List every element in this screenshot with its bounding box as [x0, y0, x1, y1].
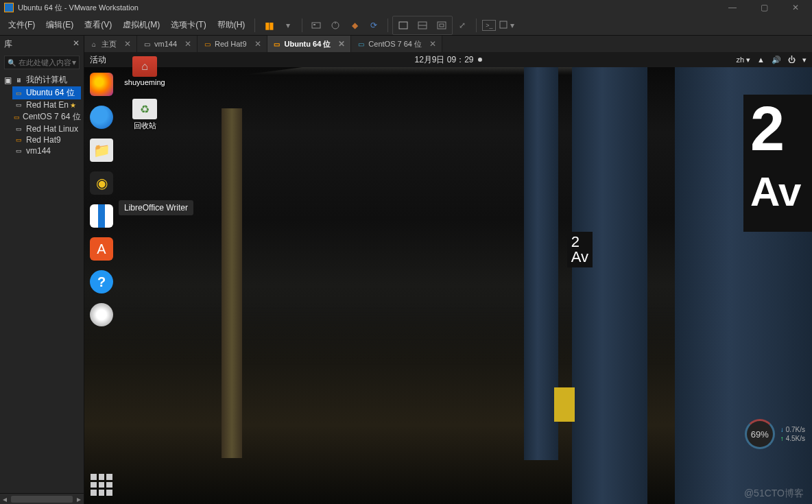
content-area: ⌂主页✕ ▭vm144✕ ▭Red Hat9✕ ▭Ubuntu 64 位✕ ▭C… — [84, 36, 812, 504]
home-icon: ⌂ — [90, 40, 98, 48]
search-dropdown-icon[interactable]: ▾ — [72, 58, 76, 67]
tab-redhat9[interactable]: ▭Red Hat9✕ — [198, 36, 267, 52]
snapshot-manager-button[interactable]: ◆ — [346, 17, 363, 34]
menu-vm[interactable]: 虚拟机(M) — [117, 16, 165, 34]
watermark: @51CTO博客 — [744, 488, 804, 500]
scroll-left-button[interactable]: ◂ — [0, 494, 10, 504]
library-close-button[interactable]: ✕ — [73, 38, 80, 50]
trash-icon: ♻ — [132, 99, 157, 119]
library-tree: ▣ 🖥 我的计算机 ▭Ubuntu 64 位 ▭Red Hat En★ ▭Cen… — [0, 72, 84, 158]
tab-vm144[interactable]: ▭vm144✕ — [137, 36, 198, 52]
volume-icon[interactable]: 🔊 — [772, 56, 781, 64]
vm-icon: ▭ — [14, 89, 23, 97]
tree-item-redhat-en[interactable]: ▭Red Hat En★ — [12, 99, 81, 110]
gnome-topbar: 活动 12月9日 09：29 zh ▾ ▲ 🔊 ⏻ ▾ — [84, 52, 812, 67]
tab-centos[interactable]: ▭CentOS 7 64 位✕ — [351, 36, 442, 52]
menu-tabs[interactable]: 选项卡(T) — [165, 16, 211, 34]
dock-dvd-icon[interactable] — [90, 303, 113, 326]
power-icon[interactable]: ⏻ — [788, 56, 796, 64]
gnome-dock: 📁 ◉ A ? — [84, 67, 119, 504]
dock-rhythmbox-icon[interactable]: ◉ — [90, 171, 113, 195]
tree-item-redhat-linux[interactable]: ▭Red Hat Linux — [12, 123, 81, 134]
desktop-home-folder[interactable]: ⌂ shuyueming — [123, 56, 167, 86]
minimize-button[interactable]: — — [723, 1, 742, 14]
stretch-dropdown[interactable]: ▾ — [499, 17, 515, 34]
vm-icon: ▭ — [143, 40, 151, 48]
net-upload: 4.5K/s — [780, 435, 805, 442]
dock-thunderbird-icon[interactable] — [90, 106, 113, 129]
dock-tooltip: LibreOffice Writer — [119, 200, 193, 215]
library-sidebar: 库 ✕ 🔍 ▾ ▣ 🖥 我的计算机 ▭Ubuntu 64 位 ▭Red Hat … — [0, 36, 84, 504]
console-button[interactable]: >_ — [482, 20, 496, 31]
tab-close-button[interactable]: ✕ — [254, 39, 261, 49]
dock-show-apps-button[interactable] — [91, 474, 112, 496]
tree-item-ubuntu[interactable]: ▭Ubuntu 64 位 — [12, 86, 81, 99]
subway-sign-big: 2Av — [743, 95, 812, 232]
net-download: 0.7K/s — [780, 426, 805, 433]
send-ctrl-alt-del-button[interactable] — [308, 17, 324, 34]
scroll-thumb[interactable] — [11, 496, 73, 503]
svg-rect-6 — [438, 22, 446, 29]
tab-ubuntu[interactable]: ▭Ubuntu 64 位✕ — [267, 36, 352, 52]
view-thumbnail-button[interactable] — [414, 17, 431, 34]
menubar: 文件(F) 编辑(E) 查看(V) 虚拟机(M) 选项卡(T) 帮助(H) ▮▮… — [0, 15, 812, 36]
subway-sign-small: 2 Av — [567, 232, 593, 267]
scroll-right-button[interactable]: ▸ — [74, 494, 84, 504]
snapshot-button[interactable] — [327, 17, 344, 34]
svg-rect-8 — [500, 21, 507, 28]
library-search-input[interactable] — [19, 58, 72, 67]
revert-snapshot-button[interactable]: ⟳ — [366, 17, 382, 34]
vm-icon: ▭ — [14, 113, 20, 121]
tab-close-button[interactable]: ✕ — [338, 39, 345, 49]
svg-rect-7 — [440, 24, 444, 27]
dock-files-icon[interactable]: 📁 — [90, 139, 113, 162]
vmware-icon — [4, 3, 14, 12]
window-title: Ubuntu 64 位 - VMware Workstation — [18, 3, 723, 13]
desktop-trash[interactable]: ♻ 回收站 — [123, 99, 167, 131]
menu-edit[interactable]: 编辑(E) — [40, 16, 79, 34]
view-unity-button[interactable] — [433, 17, 450, 34]
power-dropdown[interactable]: ▾ — [280, 17, 296, 34]
tree-item-centos[interactable]: ▭CentOS 7 64 位 — [12, 110, 81, 123]
svg-rect-0 — [312, 23, 320, 28]
menu-view[interactable]: 查看(V) — [79, 16, 117, 34]
computer-icon: 🖥 — [14, 76, 23, 84]
dock-firefox-icon[interactable] — [90, 73, 113, 96]
tree-item-vm144[interactable]: ▭vm144 — [12, 145, 81, 156]
tree-root[interactable]: ▣ 🖥 我的计算机 — [3, 73, 81, 86]
star-icon: ★ — [70, 101, 76, 109]
maximize-button[interactable]: ▢ — [754, 1, 774, 14]
desktop-icons: ⌂ shuyueming ♻ 回收站 — [123, 56, 167, 131]
vm-icon: ▭ — [273, 40, 281, 48]
activities-button[interactable]: 活动 — [90, 54, 106, 66]
folder-icon: ⌂ — [132, 56, 157, 77]
dock-software-icon[interactable]: A — [90, 237, 113, 261]
tree-item-redhat9[interactable]: ▭Red Hat9 — [12, 134, 81, 145]
fullscreen-button[interactable]: ⤢ — [454, 17, 470, 34]
vm-display[interactable]: 活动 12月9日 09：29 zh ▾ ▲ 🔊 ⏻ ▾ — [84, 52, 812, 504]
network-icon[interactable]: ▲ — [757, 56, 765, 64]
clock[interactable]: 12月9日 09：29 — [414, 54, 481, 66]
menu-file[interactable]: 文件(F) — [3, 16, 40, 34]
tab-home[interactable]: ⌂主页✕ — [84, 36, 137, 52]
library-search[interactable]: 🔍 ▾ — [4, 56, 80, 69]
input-method[interactable]: zh ▾ — [736, 56, 750, 64]
vm-icon: ▭ — [203, 40, 211, 48]
tab-close-button[interactable]: ✕ — [429, 39, 436, 49]
desktop-wallpaper: 2 Av 2Av — [84, 67, 812, 504]
dock-writer-icon[interactable] — [90, 204, 113, 228]
view-single-button[interactable] — [395, 17, 411, 34]
vm-icon: ▭ — [14, 125, 23, 133]
close-button[interactable]: ✕ — [786, 1, 805, 14]
vm-icon: ▭ — [357, 40, 365, 48]
vm-icon: ▭ — [14, 136, 23, 144]
tab-close-button[interactable]: ✕ — [184, 39, 191, 49]
sidebar-scrollbar[interactable]: ◂ ▸ — [0, 493, 84, 504]
tab-close-button[interactable]: ✕ — [124, 39, 131, 49]
system-menu-dropdown[interactable]: ▾ — [802, 56, 807, 64]
dock-help-icon[interactable]: ? — [90, 270, 113, 293]
net-percent: 69% — [745, 419, 775, 449]
menu-help[interactable]: 帮助(H) — [212, 16, 251, 34]
pause-button[interactable]: ▮▮ — [261, 17, 277, 34]
svg-rect-3 — [399, 22, 407, 29]
